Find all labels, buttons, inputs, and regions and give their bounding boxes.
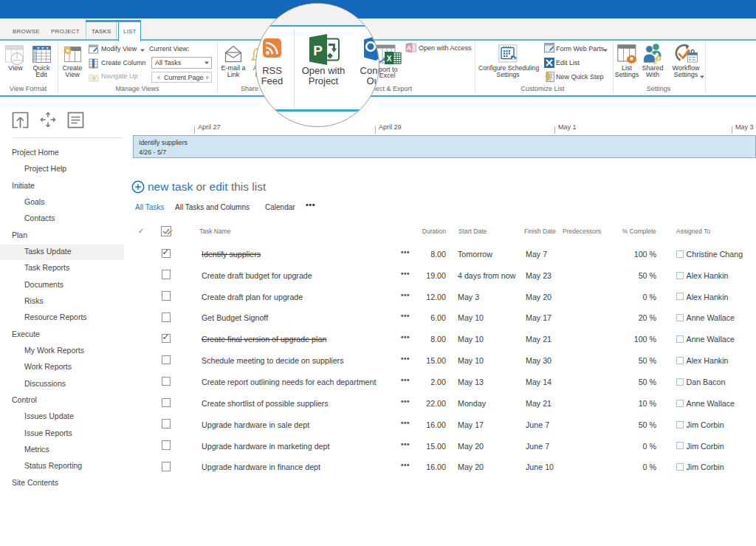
svg-text:A: A bbox=[407, 44, 411, 52]
svg-text:P: P bbox=[313, 43, 323, 58]
svg-text:X: X bbox=[387, 55, 392, 63]
